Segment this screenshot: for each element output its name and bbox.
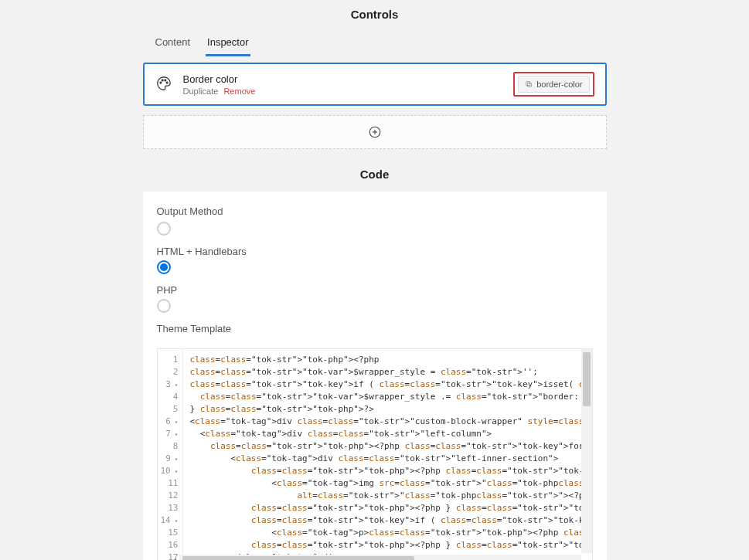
editor-gutter: 123456789101112131415161718192021 [158,349,184,560]
radio-label-html: HTML + Handlebars [157,246,593,257]
radio-label-theme: Theme Template [157,323,593,334]
radio-html-handlebars[interactable] [157,222,171,236]
add-control-button[interactable] [143,115,607,149]
copy-icon [525,80,533,88]
svg-point-0 [159,82,161,83]
svg-rect-5 [526,82,530,86]
copy-attribute-button[interactable]: border-color [518,76,589,93]
plus-circle-icon [368,125,382,139]
tab-inspector[interactable]: Inspector [206,32,250,56]
controls-heading: Controls [0,0,749,32]
svg-point-1 [162,79,163,80]
code-editor[interactable]: 123456789101112131415161718192021 class=… [157,348,593,560]
control-card-border-color[interactable]: Border color Duplicate Remove border-col… [143,63,607,106]
horizontal-scrollbar[interactable] [179,555,581,560]
svg-rect-4 [528,83,532,87]
control-title: Border color [183,73,256,85]
control-tag-highlight: border-color [513,72,594,97]
code-heading: Code [0,149,749,192]
output-method-label: Output Method [157,205,593,217]
tab-content[interactable]: Content [154,32,192,56]
attribute-slug: border-color [536,80,582,89]
palette-icon [155,75,172,94]
remove-link[interactable]: Remove [223,87,255,96]
radio-label-php: PHP [157,284,593,296]
svg-point-3 [166,82,168,83]
radio-php[interactable] [157,260,171,274]
vertical-scrollbar[interactable] [581,349,592,553]
svg-point-2 [164,79,165,80]
duplicate-link[interactable]: Duplicate [183,87,219,96]
code-panel: Output Method HTML + Handlebars PHP Them… [143,192,607,560]
editor-body[interactable]: class=class="tok-str">"tok-php"><?phpcla… [183,349,591,560]
radio-theme-template[interactable] [157,299,171,313]
controls-tabs: Content Inspector [143,32,607,63]
